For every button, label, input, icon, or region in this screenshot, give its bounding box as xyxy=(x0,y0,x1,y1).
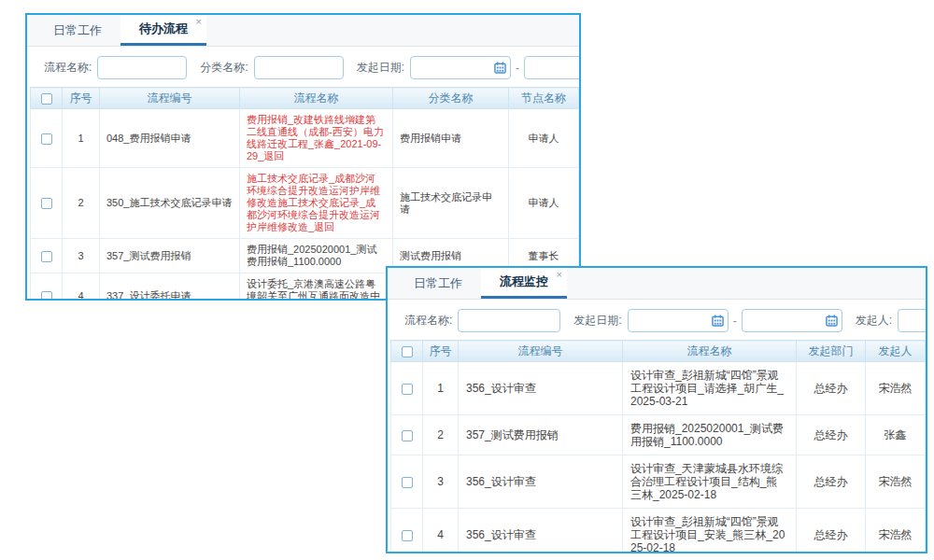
seq-cell: 1 xyxy=(63,109,100,168)
col-initiating-dept: 发起部门 xyxy=(797,341,866,362)
row-checkbox[interactable] xyxy=(41,133,52,145)
tab-daily-work[interactable]: 日常工作 xyxy=(35,15,120,46)
process-name-label: 流程名称: xyxy=(404,313,452,329)
calendar-icon[interactable] xyxy=(712,315,724,327)
process-name-cell[interactable]: 费用报销_2025020001_测试费用报销_1100.0000 xyxy=(623,415,797,455)
tab-label: 待办流程 xyxy=(139,21,188,37)
initiator-input[interactable] xyxy=(898,309,926,332)
category-name-input[interactable] xyxy=(254,56,344,79)
row-checkbox[interactable] xyxy=(41,198,52,209)
filter-bar: 流程名称: 分类名称: 发起日期: - xyxy=(27,47,579,87)
table-header-row: 序号 流程编号 流程名称 发起部门 发起人 xyxy=(391,341,926,362)
process-code-cell: 048_费用报销申请 xyxy=(100,109,240,168)
row-checkbox[interactable] xyxy=(402,430,413,441)
row-checkbox[interactable] xyxy=(402,530,413,541)
process-name-cell[interactable]: 设计审查_天津蒙城县水环境综合治理工程设计项目_结构_熊三林_2025-02-1… xyxy=(623,455,797,509)
pending-process-window: 日常工作 待办流程 × 流程名称: 分类名称: 发起日期: xyxy=(25,13,581,301)
select-all-cell xyxy=(391,341,423,362)
col-seq: 序号 xyxy=(63,88,100,109)
checkbox-cell xyxy=(391,509,423,554)
row-checkbox[interactable] xyxy=(41,251,52,262)
process-code-cell: 356_设计审查 xyxy=(459,509,623,554)
select-all-checkbox[interactable] xyxy=(402,346,413,357)
seq-cell: 2 xyxy=(423,415,459,455)
calendar-icon[interactable] xyxy=(494,62,506,74)
close-icon[interactable]: × xyxy=(196,17,202,27)
row-checkbox[interactable] xyxy=(402,384,413,395)
date-range-separator: - xyxy=(516,62,519,75)
checkbox-cell xyxy=(391,455,423,509)
category-name-label: 分类名称: xyxy=(200,60,248,76)
process-code-cell: 357_测试费用报销 xyxy=(100,239,240,273)
process-code-cell: 356_设计审查 xyxy=(459,455,623,509)
category-cell: 施工技术交底记录申请 xyxy=(393,168,509,239)
category-cell: 费用报销申请 xyxy=(393,109,509,168)
table-row[interactable]: 2 350_施工技术交底记录申请 施工技术交底记录_成都沙河环境综合提升改造运河… xyxy=(31,168,579,239)
dept-cell: 总经办 xyxy=(797,415,866,455)
filter-bar: 流程名称: 发起日期: - xyxy=(388,300,926,340)
node-cell: 申请人 xyxy=(509,168,579,239)
dept-cell: 总经办 xyxy=(797,362,866,415)
desktop: 日常工作 待办流程 × 流程名称: 分类名称: 发起日期: xyxy=(0,0,934,560)
process-code-cell: 350_施工技术交底记录申请 xyxy=(100,168,240,239)
tab-bar: 日常工作 流程监控 × xyxy=(388,268,926,300)
seq-cell: 3 xyxy=(423,455,459,509)
start-date-label: 发起日期: xyxy=(573,313,621,329)
process-monitor-window: 日常工作 流程监控 × 流程名称: 发起日期: - xyxy=(386,266,927,553)
checkbox-cell xyxy=(31,273,63,301)
col-process-code: 流程编号 xyxy=(100,88,240,109)
initiator-label: 发起人: xyxy=(856,313,892,329)
process-name-cell[interactable]: 设计委托_京港澳高速公路粤境韶关至广州互通路面改造中修工程 xyxy=(240,273,393,301)
tab-bar: 日常工作 待办流程 × xyxy=(27,15,579,47)
process-name-cell[interactable]: 费用报销_改建铁路线增建第二线直通线（成都-西安）电力线路迁改工程_张鑫_202… xyxy=(240,109,393,168)
table-row[interactable]: 1 048_费用报销申请 费用报销_改建铁路线增建第二线直通线（成都-西安）电力… xyxy=(31,109,579,168)
seq-cell: 2 xyxy=(63,168,100,239)
process-code-cell: 357_测试费用报销 xyxy=(459,415,623,455)
process-name-cell[interactable]: 设计审查_彭祖新城“四馆”景观工程设计项目_请选择_胡广生_2025-03-21 xyxy=(623,362,797,415)
initiator-cell: 宋浩然 xyxy=(866,509,926,554)
table-row[interactable]: 3 356_设计审查 设计审查_天津蒙城县水环境综合治理工程设计项目_结构_熊三… xyxy=(391,455,926,509)
table-header-row: 序号 流程编号 流程名称 分类名称 节点名称 xyxy=(31,88,579,109)
select-all-checkbox[interactable] xyxy=(41,93,52,105)
col-process-name: 流程名称 xyxy=(623,341,797,362)
col-process-name: 流程名称 xyxy=(240,88,393,109)
col-initiator: 发起人 xyxy=(866,341,926,362)
tab-process-monitor[interactable]: 流程监控 × xyxy=(481,268,567,299)
table-row[interactable]: 2 357_测试费用报销 费用报销_2025020001_测试费用报销_1100… xyxy=(391,415,926,455)
seq-cell: 3 xyxy=(63,239,100,273)
col-seq: 序号 xyxy=(423,341,459,362)
process-name-cell[interactable]: 费用报销_2025020001_测试费用报销_1100.0000 xyxy=(240,239,393,273)
dept-cell: 总经办 xyxy=(797,509,866,554)
process-name-input[interactable] xyxy=(458,309,560,332)
tab-label: 流程监控 xyxy=(500,273,548,290)
col-process-code: 流程编号 xyxy=(459,341,623,362)
checkbox-cell xyxy=(391,362,423,415)
process-code-cell: 356_设计审查 xyxy=(459,362,623,415)
dept-cell: 总经办 xyxy=(797,455,866,509)
checkbox-cell xyxy=(31,239,63,273)
date-range-separator: - xyxy=(733,315,737,328)
seq-cell: 1 xyxy=(423,362,459,415)
tab-pending-process[interactable]: 待办流程 × xyxy=(120,15,206,46)
tab-daily-work[interactable]: 日常工作 xyxy=(395,268,481,299)
table-row[interactable]: 4 356_设计审查 设计审查_彭祖新城“四馆”景观工程设计项目_安装_熊三林_… xyxy=(391,509,926,554)
process-name-label: 流程名称: xyxy=(44,60,92,76)
calendar-icon[interactable] xyxy=(826,315,838,327)
initiator-cell: 张鑫 xyxy=(866,415,926,455)
date-to-input[interactable] xyxy=(524,56,579,79)
process-code-cell: 337_设计委托申请 xyxy=(100,273,240,301)
table-row[interactable]: 1 356_设计审查 设计审查_彭祖新城“四馆”景观工程设计项目_请选择_胡广生… xyxy=(391,362,926,415)
col-category-name: 分类名称 xyxy=(393,88,509,109)
process-name-input[interactable] xyxy=(97,56,187,79)
close-icon[interactable]: × xyxy=(557,270,562,280)
col-node-name: 节点名称 xyxy=(509,88,579,109)
select-all-cell xyxy=(31,88,63,109)
process-name-cell[interactable]: 施工技术交底记录_成都沙河环境综合提升改造运河护岸维修改造施工技术交底记录_成都… xyxy=(240,168,393,239)
date-to-wrapper xyxy=(742,309,842,332)
row-checkbox[interactable] xyxy=(402,477,413,488)
checkbox-cell xyxy=(31,168,63,239)
process-monitor-table: 序号 流程编号 流程名称 发起部门 发起人 1 356_设计审查 设计审查_彭祖… xyxy=(390,340,926,553)
checkbox-cell xyxy=(391,415,423,455)
row-checkbox[interactable] xyxy=(41,291,52,301)
process-name-cell[interactable]: 设计审查_彭祖新城“四馆”景观工程设计项目_安装_熊三林_2025-02-18 xyxy=(623,509,797,554)
